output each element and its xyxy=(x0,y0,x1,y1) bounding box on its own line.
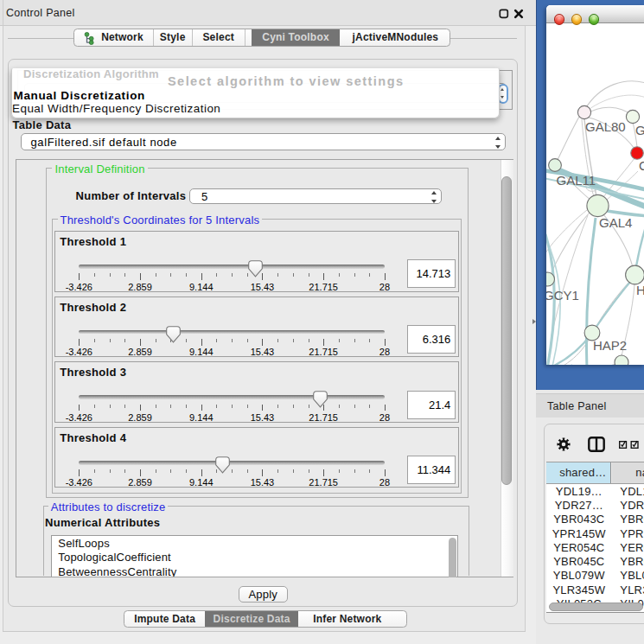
svg-text:H: H xyxy=(636,283,644,297)
svg-text:GAL4: GAL4 xyxy=(599,215,632,230)
svg-text:GCY1: GCY1 xyxy=(546,288,579,303)
svg-text:C: C xyxy=(639,158,644,173)
svg-text:GAL80: GAL80 xyxy=(585,119,626,134)
svg-text:GA: GA xyxy=(635,123,644,137)
svg-text:GAL11: GAL11 xyxy=(556,173,596,188)
svg-text:HAP2: HAP2 xyxy=(593,338,627,353)
